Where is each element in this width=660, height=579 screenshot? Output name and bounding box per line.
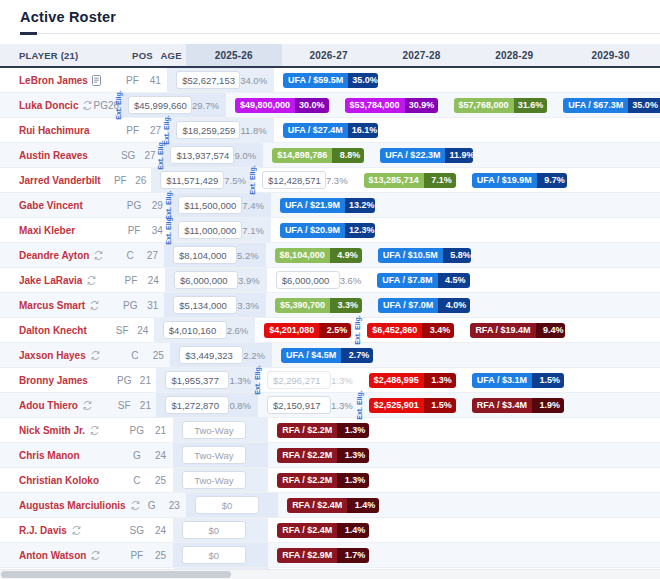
cap-percentage: 2.2%: [243, 350, 265, 361]
season-cell-2025-26: $5,134,0003.3%: [164, 293, 266, 317]
column-header-season-2027-28[interactable]: 2027-28: [376, 44, 468, 66]
player-link[interactable]: Jarred Vanderbilt: [19, 175, 101, 186]
season-cell-2029-30: [564, 218, 660, 242]
player-link[interactable]: Jake LaRavia: [19, 275, 82, 286]
pos-cell: PF: [121, 68, 143, 92]
transaction-icon[interactable]: [89, 300, 100, 311]
badge-percentage: 9.7%: [537, 173, 567, 188]
salary-label: $0: [182, 546, 246, 564]
player-link[interactable]: Bronny James: [19, 375, 88, 386]
badge-value: UFA / $67.3M: [563, 98, 628, 113]
badge-value: RFA / $2.2M: [277, 423, 337, 438]
player-link[interactable]: Maxi Kleber: [19, 225, 75, 236]
column-header-season-2025-26[interactable]: 2025-26: [186, 44, 282, 66]
player-link[interactable]: R.J. Davis: [19, 525, 67, 536]
pos-cell: PF: [110, 168, 130, 192]
badge-value: UFA / $27.4M: [283, 123, 348, 138]
season-cell-2027-28: [376, 418, 468, 442]
badge-percentage: 1.4%: [337, 523, 369, 538]
badge-value: UFA / $21.9M: [280, 198, 345, 213]
player-cell: Luka Doncic: [0, 93, 93, 117]
season-cell-2026-27: RFA / $2.4M1.4%: [278, 493, 386, 517]
player-link[interactable]: Deandre Ayton: [19, 250, 89, 261]
season-cell-2028-29: $57,768,00031.6%: [445, 93, 555, 117]
season-cell-2027-28: [385, 68, 474, 92]
salary-value: $8,104,000: [173, 246, 237, 264]
ext-elig-label: Ext. Elig.: [356, 390, 363, 420]
badge-percentage: 4.0%: [438, 298, 470, 313]
contract-note-icon[interactable]: [92, 75, 101, 86]
column-header-age[interactable]: AGE: [156, 50, 186, 61]
player-link[interactable]: Anton Watson: [19, 550, 86, 561]
badge-percentage: 31.6%: [514, 98, 548, 113]
contract-badge-opt_green: $13,285,7147.1%: [364, 173, 456, 188]
season-cell-2028-29: [477, 293, 566, 317]
player-link[interactable]: Marcus Smart: [19, 300, 85, 311]
season-cell-2029-30: [562, 518, 660, 542]
badge-value: UFA / $20.9M: [280, 223, 345, 238]
badge-value: UFA / $10.5M: [378, 248, 443, 263]
salary-value: $2,296,271: [267, 371, 331, 389]
player-cell: Austin Reaves: [0, 143, 118, 167]
player-link[interactable]: Austin Reaves: [19, 150, 88, 161]
scrollbar-thumb[interactable]: [1, 571, 231, 578]
column-header-season-2028-29[interactable]: 2028-29: [467, 44, 561, 66]
season-cell-2028-29: [468, 468, 562, 492]
transaction-icon[interactable]: [130, 500, 141, 511]
table-row: Maxi KleberPF34Ext. Elig.$11,000,0007.1%…: [0, 218, 660, 243]
table-header-row: PLAYER (21)POSAGE2025-262026-272027-2820…: [0, 44, 660, 68]
player-link[interactable]: Christian Koloko: [19, 475, 99, 486]
roster-table: PLAYER (21)POSAGE2025-262026-272027-2820…: [0, 44, 660, 579]
player-link[interactable]: Chris Manon: [19, 450, 80, 461]
season-cell-2028-29: RFA / $3.4M1.9%: [463, 393, 571, 417]
badge-percentage: 1.5%: [532, 373, 564, 388]
horizontal-scrollbar[interactable]: [0, 569, 660, 579]
transaction-icon[interactable]: [90, 550, 101, 561]
player-link[interactable]: Nick Smith Jr.: [19, 425, 85, 436]
transaction-icon[interactable]: [90, 350, 101, 361]
contract-badge-ng_red: $2,525,9011.5%: [369, 398, 456, 413]
transaction-icon[interactable]: [89, 425, 100, 436]
badge-percentage: 9.4%: [536, 323, 566, 338]
season-cell-2027-28: [382, 193, 472, 217]
badge-percentage: 4.5%: [438, 273, 470, 288]
player-link[interactable]: Augustas Marciulionis: [19, 500, 126, 511]
transaction-icon[interactable]: [86, 275, 97, 286]
player-link[interactable]: Rui Hachimura: [19, 125, 90, 136]
pos-cell: SF: [112, 318, 132, 342]
transaction-icon[interactable]: [71, 525, 82, 536]
season-cell-2028-29: [468, 543, 562, 567]
column-header-season-2029-30[interactable]: 2029-30: [561, 44, 660, 66]
player-link[interactable]: Dalton Knecht: [19, 325, 87, 336]
badge-value: $57,768,000: [454, 98, 514, 113]
player-link[interactable]: LeBron James: [19, 75, 88, 86]
badge-value: $13,285,714: [364, 173, 424, 188]
contract-badge-ufa: UFA / $67.3M35.0%: [563, 98, 660, 113]
player-link[interactable]: Jaxson Hayes: [19, 350, 86, 361]
transaction-icon[interactable]: [82, 100, 93, 111]
salary-label: Two-Way: [182, 471, 246, 489]
contract-badge-ng_red: $4,201,0802.5%: [264, 323, 351, 338]
contract-badge-ufa: UFA / $59.5M35.0%: [283, 73, 378, 88]
salary-value: $5,134,000: [173, 296, 237, 314]
transaction-icon[interactable]: [93, 250, 104, 261]
season-cell-2027-28: UFA / $22.3M11.9%: [371, 143, 480, 167]
cap-percentage: 3.6%: [340, 275, 362, 286]
cap-percentage: 34.0%: [240, 75, 267, 86]
badge-percentage: 1.4%: [347, 498, 379, 513]
badge-percentage: 16.1%: [348, 123, 378, 138]
transaction-icon[interactable]: [82, 400, 93, 411]
salary-value: $12,428,571: [262, 171, 326, 189]
player-link[interactable]: Gabe Vincent: [19, 200, 83, 211]
player-link[interactable]: Adou Thiero: [19, 400, 78, 411]
season-cell-2027-28: [380, 343, 471, 367]
salary-label: $0: [195, 496, 259, 514]
contract-badge-rfa: RFA / $2.4M1.4%: [287, 498, 379, 513]
table-row: Bronny JamesPG21$1,955,3771.3%Ext. Elig.…: [0, 368, 660, 393]
table-row: Dalton KnechtSF24$4,010,1602.6%$4,201,08…: [0, 318, 660, 343]
column-header-player[interactable]: PLAYER (21): [0, 50, 129, 61]
column-header-pos[interactable]: POS: [129, 50, 157, 61]
player-link[interactable]: Luka Doncic: [19, 100, 78, 111]
table-row: Adou ThieroSF21$1,272,8700.8%$2,150,9171…: [0, 393, 660, 418]
column-header-season-2026-27[interactable]: 2026-27: [282, 44, 376, 66]
